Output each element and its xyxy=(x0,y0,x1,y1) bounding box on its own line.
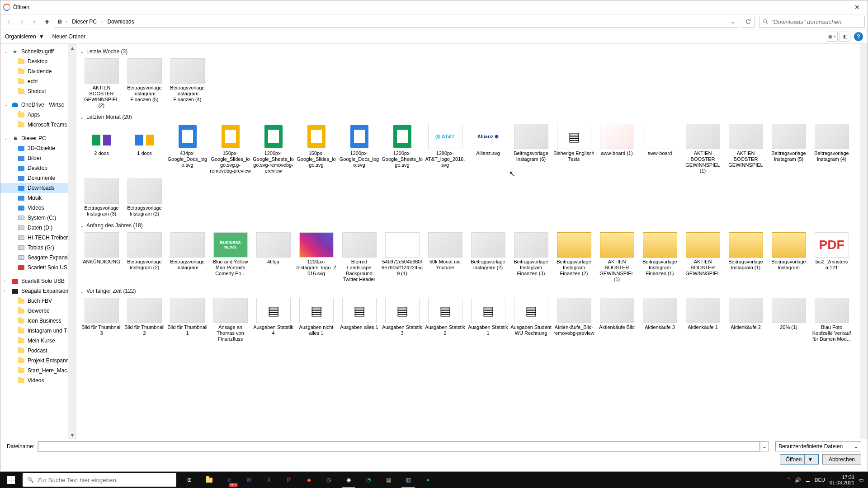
file-item[interactable]: Aktienkäufe 3 xyxy=(638,296,681,345)
file-item[interactable]: Aktienkäufe Bild xyxy=(595,296,638,345)
sidebar-item[interactable]: Videos xyxy=(0,375,76,385)
task-view-icon[interactable]: ⊞ xyxy=(180,472,199,488)
file-item[interactable]: Beitragsvorlage Instagram xyxy=(767,230,810,285)
file-item[interactable]: Beitragsvorlage Instagram Finanzen (3) xyxy=(509,230,552,285)
file-item[interactable]: 2 docs xyxy=(80,122,123,177)
file-item[interactable]: Beitragsvorlage Instagram (2) xyxy=(123,177,166,220)
file-item[interactable]: 50k Monat mit Youtube xyxy=(424,230,467,285)
file-item[interactable]: ▤Ausgaben Statstik 4 xyxy=(252,296,295,345)
file-item[interactable]: 4tjfga xyxy=(252,230,295,285)
open-button[interactable]: Öffnen ▼ xyxy=(780,454,819,465)
refresh-button[interactable] xyxy=(742,16,755,28)
file-item[interactable]: ㊊ AT&T1280px-AT&T_logo_2016.svg xyxy=(424,122,467,177)
file-item[interactable]: 1200px-Google_Docs_logo.svg xyxy=(338,122,381,177)
sidebar-item[interactable]: Apps xyxy=(0,110,76,120)
file-item[interactable]: PDFbis2_2musters a.121 xyxy=(810,230,853,285)
sidebar-item[interactable]: Dokumente xyxy=(0,173,76,183)
cancel-button[interactable]: Abbrechen xyxy=(822,454,861,465)
language-indicator[interactable]: DEU xyxy=(815,477,825,483)
organize-menu[interactable]: Organisieren▼ xyxy=(5,33,44,40)
file-item[interactable]: Ansage an Thomas von Finanzfluss xyxy=(209,296,252,345)
file-item[interactable]: AKTIEN BOOSTER GEWINNSPIEL xyxy=(724,122,767,177)
file-item[interactable]: Blurred Landscape Background Twitter Hea… xyxy=(338,230,381,285)
file-item[interactable]: 150px-Google_Slides_logo.svg xyxy=(295,122,338,177)
file-item[interactable]: Beitragsvorlage Instagram Finanzen (2) xyxy=(552,230,595,285)
file-item[interactable]: AKTIEN BOOSTER GEWINNSPIEL xyxy=(681,230,724,285)
clock[interactable]: 17:31 01.03.2021 xyxy=(830,474,854,485)
file-item[interactable]: ANKÜNDIGUNG xyxy=(80,230,123,285)
group-header[interactable]: ⌄Letzte Woche (3) xyxy=(80,48,863,55)
sidebar-item[interactable]: Microsoft Teams xyxy=(0,120,76,130)
notifications-icon[interactable]: ▭ xyxy=(859,477,863,483)
obs-icon[interactable]: ◷ xyxy=(319,472,338,488)
sidebar-item[interactable]: Videos xyxy=(0,203,76,213)
file-item[interactable]: ▤Ausgaben alles 1 xyxy=(338,296,381,345)
file-item[interactable]: aww-board xyxy=(638,122,681,177)
sidebar-item[interactable]: Gewerbe xyxy=(0,306,76,316)
file-item[interactable]: Allianz ⊕Allianz.svg xyxy=(467,122,509,177)
back-button[interactable] xyxy=(3,16,15,28)
file-item[interactable]: 1200px-Google_Sheets_logo.svg-removebg-p… xyxy=(252,122,295,177)
search-box[interactable] xyxy=(759,16,865,28)
search-input[interactable] xyxy=(771,19,864,25)
sidebar-item[interactable]: ›Seagate Expansion xyxy=(0,286,76,296)
sidebar-quick-access[interactable]: ⌄★ Schnellzugriff xyxy=(0,47,76,56)
file-item[interactable]: Bild für Thumbnail 1 xyxy=(166,296,209,345)
sidebar-item[interactable]: ›Scarlett Solo USB xyxy=(0,276,76,286)
notepad-icon[interactable]: ▥ xyxy=(399,472,418,488)
file-item[interactable]: 54b972c504b660f6e7905ff1242245c9 (1) xyxy=(381,230,424,285)
file-item[interactable]: ▤Ausgaben nicht alles 1 xyxy=(295,296,338,345)
file-item[interactable]: ▤Ausgaben Statstik 2 xyxy=(424,296,467,345)
sidebar-item[interactable]: Bilder xyxy=(0,153,76,163)
taskbar-search-input[interactable] xyxy=(38,477,172,483)
sidebar-item[interactable]: Scarlett Solo US xyxy=(0,263,76,272)
file-item[interactable]: Beitragsvorlage Instagram xyxy=(166,230,209,285)
sidebar-item[interactable]: Musik xyxy=(0,193,76,203)
sidebar-item[interactable]: Buch FBV xyxy=(0,296,76,306)
file-item[interactable]: AKTIEN BOOSTER GEWINNSPIEL (2) xyxy=(80,56,123,111)
file-item[interactable]: 1200px-Google_Sheets_logo.svg xyxy=(381,122,424,177)
wifi-icon[interactable]: ⚊ xyxy=(806,477,810,483)
open-split-dropdown[interactable]: ▼ xyxy=(804,455,813,464)
forward-button[interactable] xyxy=(16,16,28,28)
file-item[interactable]: Bild für Thumbnail 3 xyxy=(80,296,123,345)
file-item[interactable]: aww-board (1) xyxy=(595,122,638,177)
file-item[interactable]: Aktienkäufe 2 xyxy=(724,296,767,345)
filename-input[interactable] xyxy=(38,441,760,451)
file-item[interactable]: AKTIEN BOOSTER GEWINNSPIEL (1) xyxy=(595,230,638,285)
word-icon[interactable]: W xyxy=(240,472,259,488)
file-item[interactable]: Beitragsvorlage Instagram (1) xyxy=(724,230,767,285)
new-folder-button[interactable]: Neuer Ordner xyxy=(52,33,85,40)
powerpoint-icon[interactable]: P xyxy=(279,472,298,488)
file-item[interactable]: 150px-Google_Slides_logo.svg.g-removebg-… xyxy=(209,122,252,177)
file-item[interactable]: ▤Ausgaben Statstik 3 xyxy=(381,296,424,345)
sidebar-item[interactable]: HI-TECH Treiber xyxy=(0,233,76,243)
up-button[interactable] xyxy=(41,16,53,28)
file-item[interactable]: BUSINESSNEWSBlue and Yellow Man Portrait… xyxy=(209,230,252,285)
file-item[interactable]: Beitragsvorlage Instagram (6) xyxy=(509,122,552,177)
sidebar-item[interactable]: 3D-Objekte xyxy=(0,143,76,153)
file-item[interactable]: Blau Foto Kopfzeile Verkauf für Damen Mo… xyxy=(810,296,853,345)
filename-dropdown[interactable]: ⌄ xyxy=(760,441,769,451)
file-item[interactable]: 1200px-Instagram_logo_2016.svg xyxy=(295,230,338,285)
group-header[interactable]: ⌄Anfang des Jahres (18) xyxy=(80,222,863,229)
sidebar-item[interactable]: Mein Kurse xyxy=(0,336,76,346)
sidebar-item[interactable]: Instagram und T xyxy=(0,326,76,336)
file-item[interactable]: Aktienkäufe_Bild-removebg-preview xyxy=(552,296,595,345)
file-item[interactable]: Beitragsvorlage Instagram Finanzen (1) xyxy=(638,230,681,285)
group-header[interactable]: ⌄Vor langer Zeit (122) xyxy=(80,288,863,294)
help-button[interactable]: ? xyxy=(854,32,863,41)
group-header[interactable]: ⌄Letzten Monat (20) xyxy=(80,114,863,120)
file-item[interactable]: 1 docs xyxy=(123,122,166,177)
sidebar-item[interactable]: Downloads xyxy=(0,183,76,193)
notepadpp-icon[interactable]: ▤ xyxy=(379,472,398,488)
sidebar-item[interactable]: System (C:) xyxy=(0,213,76,223)
file-item[interactable]: Aktienkäufe 1 xyxy=(681,296,724,345)
sidebar-item[interactable]: Desktop xyxy=(0,163,76,173)
excel-icon[interactable]: X xyxy=(259,472,278,488)
start-button[interactable] xyxy=(0,472,22,488)
sidebar-item[interactable]: echt xyxy=(0,76,76,86)
sidebar-this-pc[interactable]: ⌄🖥 Dieser PC xyxy=(0,133,76,143)
file-item[interactable]: 434px-Google_Docs_logo.svg xyxy=(166,122,209,177)
file-item[interactable]: ▤Ausgaben Student WU Rechnung xyxy=(509,296,552,345)
